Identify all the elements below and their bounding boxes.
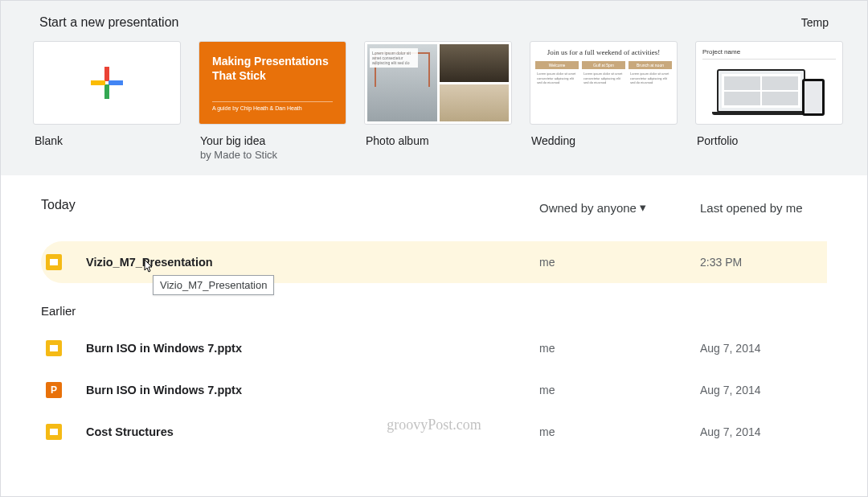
file-date: Aug 7, 2014 (700, 384, 827, 396)
templates-heading: Start a new presentation (39, 15, 178, 30)
wedding-banner: Join us for a full weekend of activities… (535, 48, 672, 56)
template-subtitle: by Made to Stick (199, 149, 346, 161)
template-card-portfolio[interactable]: Project name Portfolio (695, 41, 843, 161)
template-gallery-link[interactable]: Temp (801, 16, 829, 29)
list-header: Today Owned by anyone ▾ Last opened by m… (41, 193, 827, 241)
slide-headline: Making Presentations That Stick (212, 55, 333, 83)
template-title: Wedding (530, 125, 678, 149)
chevron-down-icon: ▾ (640, 200, 646, 215)
template-title: Portfolio (695, 125, 843, 149)
date-header: Last opened by me (700, 201, 827, 215)
template-card-wedding[interactable]: Join us for a full weekend of activities… (530, 41, 678, 161)
file-tooltip: Vizio_M7_Presentation (153, 275, 274, 295)
phone-icon (802, 79, 825, 116)
file-row[interactable]: Cost Structures me Aug 7, 2014 (41, 411, 827, 453)
laptop-icon (717, 69, 805, 113)
templates-section: Start a new presentation Temp Blank (1, 1, 867, 175)
template-card-photo-album[interactable]: Lorem ipsum dolor sit amet consectetur a… (364, 41, 512, 161)
template-title: Photo album (364, 125, 512, 149)
file-name: Burn ISO in Windows 7.pptx (86, 342, 539, 355)
svg-rect-1 (108, 80, 123, 85)
powerpoint-icon: P (46, 382, 62, 398)
file-date: Aug 7, 2014 (700, 342, 827, 355)
template-card-blank[interactable]: Blank (33, 41, 181, 161)
slides-icon (46, 254, 62, 270)
plus-icon (34, 42, 180, 124)
file-name: Burn ISO in Windows 7.pptx (86, 384, 539, 396)
file-list-area: Today Owned by anyone ▾ Last opened by m… (1, 175, 867, 453)
file-date: Aug 7, 2014 (700, 425, 827, 438)
file-row[interactable]: P Burn ISO in Windows 7.pptx me Aug 7, 2… (41, 369, 827, 411)
svg-rect-2 (104, 84, 109, 99)
file-date: 2:33 PM (700, 256, 827, 269)
owner-filter-label: Owned by anyone (539, 201, 637, 215)
file-owner: me (539, 384, 700, 396)
file-owner: me (539, 256, 700, 269)
slides-icon (46, 340, 62, 356)
template-title: Your big idea (199, 125, 346, 149)
template-title: Blank (33, 125, 181, 149)
slide-byline: A guide by Chip Heath & Dan Heath (212, 101, 333, 111)
slides-icon (46, 424, 62, 440)
file-row[interactable]: Burn ISO in Windows 7.pptx me Aug 7, 201… (41, 327, 827, 369)
svg-rect-0 (104, 67, 109, 81)
owner-filter-dropdown[interactable]: Owned by anyone ▾ (539, 200, 700, 215)
file-owner: me (539, 342, 700, 355)
svg-rect-3 (91, 80, 105, 85)
portfolio-label: Project name (702, 48, 836, 55)
template-card-big-idea[interactable]: Making Presentations That Stick A guide … (199, 41, 346, 161)
section-today: Today (41, 193, 539, 222)
file-owner: me (539, 425, 700, 438)
file-name: Cost Structures (86, 425, 539, 438)
